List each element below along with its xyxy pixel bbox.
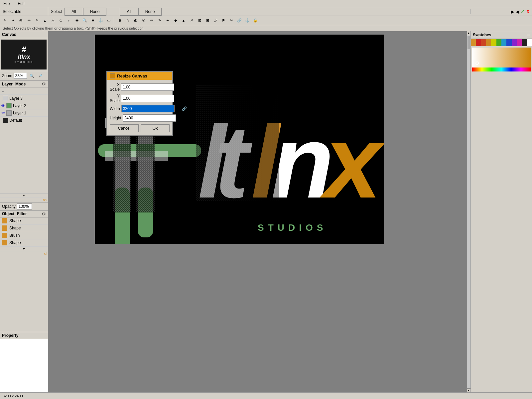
object-item-2[interactable]: Shape: [0, 225, 48, 232]
link-aspect-icon[interactable]: 🔗: [182, 106, 187, 111]
tool-extra-6[interactable]: ✎: [156, 17, 163, 24]
x-scale-input[interactable]: [121, 83, 174, 91]
tool-extra-11[interactable]: ⊠: [196, 17, 203, 24]
tool-extra-17[interactable]: ⚓: [244, 17, 251, 24]
layer-item-1[interactable]: 👁 Layer 1: [0, 109, 48, 117]
opacity-input[interactable]: [17, 203, 32, 209]
layer-item-2[interactable]: 👁 Layer 2: [0, 102, 48, 109]
object-scroll-down[interactable]: ▼: [0, 247, 48, 251]
layer-2-visibility-icon[interactable]: 👁: [1, 104, 5, 108]
tool-extra-13[interactable]: 🖊: [212, 17, 219, 24]
select-all-1-button[interactable]: All: [65, 8, 83, 16]
object-item-1[interactable]: Shape: [0, 217, 48, 225]
tool-extra-10[interactable]: ↗: [188, 17, 195, 24]
obj-settings-icon[interactable]: ⚙: [42, 211, 46, 216]
color-gradient-box[interactable]: [472, 48, 531, 67]
swatch-8[interactable]: [506, 39, 511, 46]
zoom-in-icon[interactable]: 🔍: [28, 72, 36, 79]
layers-scroll-down[interactable]: ▼: [0, 193, 48, 198]
swatches-header: Swatches ─: [471, 31, 532, 39]
file-menu[interactable]: File: [1, 1, 12, 7]
swatch-2[interactable]: [476, 39, 481, 46]
tool-extra-12[interactable]: ⊞: [204, 17, 211, 24]
hue-bar[interactable]: [472, 67, 531, 71]
tool-extra-15[interactable]: ✂: [228, 17, 235, 24]
swatches-gradient[interactable]: [472, 48, 531, 72]
canvas-section-label: Canvas: [0, 31, 48, 38]
tool-shape2[interactable]: ◇: [57, 17, 65, 24]
tool-extra-8[interactable]: ◆: [172, 17, 179, 24]
object-item-3[interactable]: Brush: [0, 232, 48, 239]
tool-extra-2[interactable]: ☆: [124, 17, 131, 24]
layer-1-visibility-icon[interactable]: 👁: [1, 111, 5, 115]
scroll-up-arrow[interactable]: ▲: [1, 89, 7, 93]
y-scale-input[interactable]: [121, 95, 174, 102]
swatch-7[interactable]: [501, 39, 506, 46]
cancel-button[interactable]: Cancel: [110, 124, 139, 132]
swatch-6[interactable]: [496, 39, 501, 46]
tool-adjust[interactable]: ◎: [17, 17, 25, 24]
width-up-icon[interactable]: ▲: [177, 106, 181, 111]
tool-node[interactable]: ✦: [9, 17, 17, 24]
tool-zoom[interactable]: 🔍: [81, 17, 88, 24]
height-input[interactable]: [123, 114, 176, 122]
swatch-3[interactable]: [481, 39, 486, 46]
layer-item[interactable]: ▲: [0, 87, 48, 95]
layer-item-default[interactable]: Default: [0, 117, 48, 124]
select-all-2-button[interactable]: All: [120, 8, 138, 16]
tool-extra-4[interactable]: ☉: [140, 17, 147, 24]
tool-extra-5[interactable]: ✏: [148, 17, 155, 24]
resize-canvas-dialog[interactable]: Resize Canvas X Scale Y Scale Width ▲: [106, 71, 173, 136]
swatch-9[interactable]: [512, 39, 517, 46]
swatch-10[interactable]: [517, 39, 522, 46]
scroll-thumb[interactable]: [467, 36, 470, 49]
tool-pencil[interactable]: ✏: [25, 17, 33, 24]
zoom-out-icon[interactable]: 🔎: [37, 72, 44, 79]
scroll-down-button[interactable]: ▼: [467, 388, 470, 392]
swatches-panel: Swatches ─: [470, 31, 532, 392]
ok-button[interactable]: Ok: [141, 124, 170, 132]
color-undo-icon[interactable]: ◀: [516, 9, 519, 14]
zoom-input[interactable]: [14, 73, 27, 79]
edit-menu[interactable]: Edit: [16, 1, 27, 7]
color-picker-marker[interactable]: [475, 62, 479, 65]
confirm-icon[interactable]: ✓: [521, 9, 525, 14]
cancel-x-icon[interactable]: ✗: [526, 9, 530, 14]
tool-measure[interactable]: ✱: [89, 17, 96, 24]
vertical-scrollbar[interactable]: ▲ ▼: [466, 31, 470, 392]
dialog-title-bar[interactable]: Resize Canvas: [107, 72, 172, 80]
tool-paint[interactable]: ✎: [33, 17, 41, 24]
tool-extra-14[interactable]: ⚑: [220, 17, 227, 24]
color-apply-icon[interactable]: ▶: [511, 9, 514, 14]
tool-misc[interactable]: ▭: [105, 17, 112, 24]
canvas-area[interactable]: l t l n x STUDIOS Resize Canvas: [48, 31, 470, 392]
swatches-minimize-icon[interactable]: ─: [527, 32, 530, 38]
swatch-11[interactable]: [522, 39, 527, 46]
tool-fill[interactable]: ▲: [41, 17, 49, 24]
layer-label: Layer: [2, 82, 13, 86]
scroll-up-button[interactable]: ▲: [467, 31, 470, 35]
swatch-1[interactable]: [471, 39, 476, 46]
tool-extra-18[interactable]: 🔒: [252, 17, 259, 24]
object-label[interactable]: Object: [2, 211, 14, 216]
tool-extra-16[interactable]: 🔗: [236, 17, 243, 24]
tool-shape3[interactable]: ↑: [65, 17, 72, 24]
swatch-4[interactable]: [486, 39, 491, 46]
object-item-4[interactable]: Shape: [0, 239, 48, 247]
tool-extra-9[interactable]: ▲: [180, 17, 187, 24]
tool-select[interactable]: ↖: [1, 17, 9, 24]
tool-text[interactable]: ✚: [73, 17, 80, 24]
layer-item-3[interactable]: Layer 3: [0, 95, 48, 102]
width-input[interactable]: [121, 105, 175, 112]
select-none-2-button[interactable]: None: [138, 8, 162, 16]
tool-link[interactable]: ⚓: [97, 17, 104, 24]
select-none-1-button[interactable]: None: [83, 8, 107, 16]
swatch-12[interactable]: [527, 39, 532, 46]
swatch-5[interactable]: [491, 39, 496, 46]
tool-extra-1[interactable]: ⊕: [116, 17, 123, 24]
filter-label[interactable]: Filter: [17, 211, 27, 216]
layer-settings-icon[interactable]: ⚙: [42, 81, 46, 86]
tool-extra-3[interactable]: ◐: [132, 17, 139, 24]
tool-extra-7[interactable]: ✒: [164, 17, 171, 24]
tool-shape1[interactable]: △: [49, 17, 57, 24]
